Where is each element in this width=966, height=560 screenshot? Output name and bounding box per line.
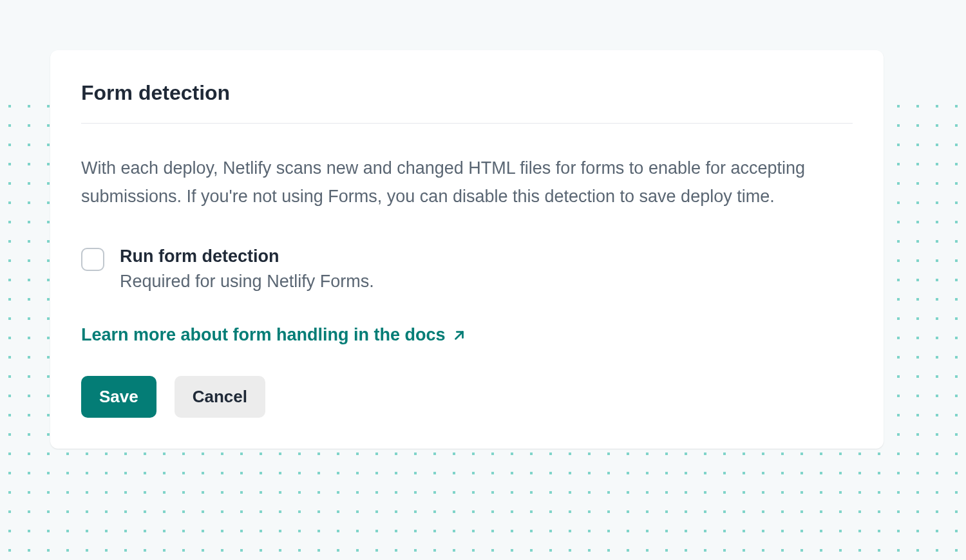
button-row: Save Cancel <box>81 376 853 418</box>
run-form-detection-checkbox[interactable] <box>81 248 104 271</box>
checkbox-row: Run form detection Required for using Ne… <box>81 247 853 292</box>
cancel-button[interactable]: Cancel <box>175 376 265 418</box>
link-text: Learn more about form handling in the do… <box>81 325 446 345</box>
external-link-icon <box>452 328 466 342</box>
card-title: Form detection <box>81 81 853 105</box>
save-button[interactable]: Save <box>81 376 156 418</box>
checkbox-hint: Required for using Netlify Forms. <box>120 272 374 292</box>
checkbox-content: Run form detection Required for using Ne… <box>120 247 374 292</box>
form-detection-card: Form detection With each deploy, Netlify… <box>50 50 884 449</box>
checkbox-label[interactable]: Run form detection <box>120 247 374 266</box>
svg-line-0 <box>455 331 462 339</box>
learn-more-link[interactable]: Learn more about form handling in the do… <box>81 325 466 345</box>
divider <box>81 123 853 124</box>
card-description: With each deploy, Netlify scans new and … <box>81 154 853 210</box>
